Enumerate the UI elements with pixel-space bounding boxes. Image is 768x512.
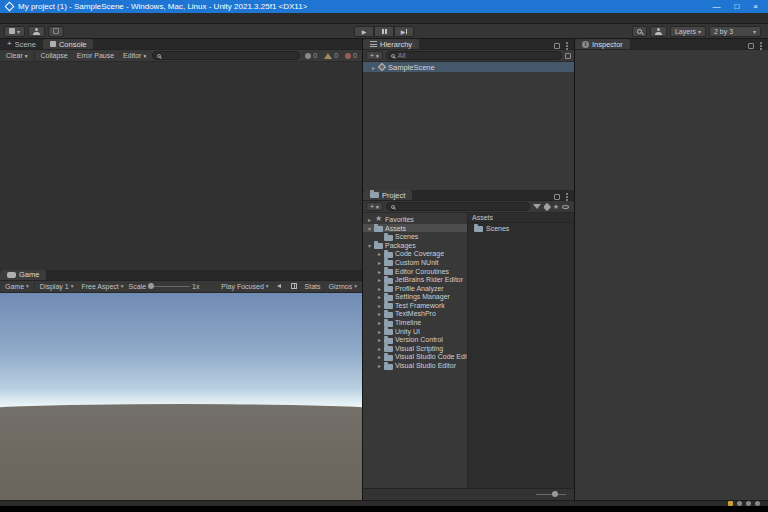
- game-ground-plane: [0, 404, 362, 501]
- hidden-packages-icon[interactable]: [562, 205, 569, 209]
- project-tree-row[interactable]: Scenes: [363, 232, 467, 241]
- project-tree-row[interactable]: ▸ Editor Coroutines: [363, 267, 467, 276]
- title-bar: My project (1) - SampleScene - Windows, …: [0, 0, 768, 13]
- panel-options-icon[interactable]: [554, 43, 560, 49]
- folder-icon: [384, 338, 393, 344]
- panel-options-icon[interactable]: [748, 43, 754, 49]
- scale-slider[interactable]: [148, 286, 190, 287]
- project-tree-row[interactable]: ▸ Profile Analyzer: [363, 284, 467, 293]
- project-tree-row[interactable]: ▸ TextMeshPro: [363, 310, 467, 319]
- aspect-dropdown[interactable]: Free Aspect ▾: [78, 281, 126, 291]
- play-focused-dropdown[interactable]: Play Focused ▾: [218, 281, 271, 291]
- console-warning-toggle[interactable]: 0: [322, 52, 340, 59]
- tab-scene[interactable]: + Scene: [0, 39, 43, 49]
- tab-game[interactable]: Game: [0, 270, 46, 280]
- hierarchy-row-samplescene[interactable]: ▸ SampleScene: [363, 62, 574, 72]
- account-button[interactable]: [650, 26, 667, 37]
- hierarchy-create-button[interactable]: + ▾: [366, 51, 383, 60]
- panel-options-icon[interactable]: [554, 194, 560, 200]
- project-tree-row[interactable]: ▾ Packages: [363, 241, 467, 250]
- play-button[interactable]: ▶: [354, 26, 374, 37]
- star-icon: ★: [374, 215, 383, 223]
- project-tree-row[interactable]: ▸ Test Framework: [363, 301, 467, 310]
- project-tree-row[interactable]: ▸ Version Control: [363, 335, 467, 344]
- step-button[interactable]: ▶: [394, 26, 414, 37]
- console-log-area[interactable]: [0, 62, 362, 270]
- filter-by-type-icon[interactable]: [533, 204, 541, 209]
- project-tree-row[interactable]: ▸ Timeline: [363, 318, 467, 327]
- project-assets-pane: Assets Scenes: [468, 213, 574, 488]
- console-info-toggle[interactable]: 0: [303, 52, 319, 59]
- console-editor-dropdown[interactable]: Editor ▾: [120, 51, 149, 60]
- main-area: + Scene Console Clear ▾ Collapse Error P…: [0, 39, 768, 500]
- main-toolbar: ▾ ▶ ▶ Layers ▾ 2 by 3 ▾: [0, 24, 768, 39]
- console-toolbar: Clear ▾ Collapse Error Pause Editor ▾ 0: [0, 50, 362, 62]
- console-search-input[interactable]: [152, 51, 300, 60]
- project-tree-row[interactable]: ▸ Visual Studio Code Editor: [363, 353, 467, 362]
- tab-hierarchy[interactable]: Hierarchy: [363, 39, 419, 49]
- project-tree-row[interactable]: ▾ Assets: [363, 224, 467, 233]
- filter-by-label-icon[interactable]: [542, 202, 550, 210]
- display-dropdown[interactable]: Display 1 ▾: [37, 281, 77, 291]
- folder-icon: [384, 312, 393, 318]
- vsync-button[interactable]: [288, 281, 300, 291]
- minimize-button[interactable]: —: [712, 2, 720, 11]
- panel-menu-icon[interactable]: [760, 45, 762, 47]
- project-create-button[interactable]: + ▾: [366, 202, 383, 211]
- stats-button[interactable]: Stats: [302, 281, 324, 291]
- project-search-input[interactable]: [386, 202, 530, 211]
- project-tree-row[interactable]: ▸ Visual Scripting: [363, 344, 467, 353]
- console-error-toggle[interactable]: 0: [343, 52, 359, 59]
- tab-inspector[interactable]: i Inspector: [575, 39, 630, 49]
- panel-menu-icon[interactable]: [566, 45, 568, 47]
- search-button[interactable]: [632, 26, 647, 37]
- folder-icon: [384, 260, 393, 266]
- tab-project[interactable]: Project: [363, 190, 412, 200]
- hierarchy-toolbar: + ▾ All: [363, 50, 574, 62]
- console-error-pause-button[interactable]: Error Pause: [74, 51, 117, 60]
- save-search-icon[interactable]: ★: [553, 204, 559, 210]
- layers-dropdown[interactable]: Layers ▾: [670, 26, 706, 37]
- layout-dropdown[interactable]: 2 by 3 ▾: [709, 26, 761, 37]
- console-collapse-button[interactable]: Collapse: [38, 51, 71, 60]
- pause-button[interactable]: [374, 26, 394, 37]
- close-button[interactable]: ×: [753, 2, 758, 11]
- cloud-button[interactable]: [28, 26, 45, 37]
- mute-audio-button[interactable]: [274, 281, 286, 291]
- asset-zoom-slider[interactable]: [536, 494, 566, 495]
- vsync-icon: [291, 283, 297, 289]
- scene-tab-icon: +: [7, 41, 12, 47]
- scale-slider-knob[interactable]: [148, 283, 154, 289]
- hierarchy-tabstrip: Hierarchy: [363, 39, 574, 50]
- project-tree-row[interactable]: ▸ Unity UI: [363, 327, 467, 336]
- tab-console[interactable]: Console: [43, 39, 94, 49]
- project-tree-row[interactable]: ▸ Code Coverage: [363, 250, 467, 259]
- folder-icon: [384, 286, 393, 292]
- hierarchy-search-input[interactable]: All: [386, 51, 562, 60]
- asset-item[interactable]: Scenes: [468, 223, 574, 233]
- gizmos-dropdown[interactable]: Gizmos ▾: [326, 281, 361, 291]
- maximize-button[interactable]: □: [734, 2, 739, 11]
- hierarchy-tab-icon: [370, 41, 377, 47]
- project-browser: ▸ ★ Favorites ▾ Assets Scenes ▾: [363, 213, 574, 488]
- project-tree-row[interactable]: ▸ Visual Studio Editor: [363, 361, 467, 370]
- console-clear-button[interactable]: Clear ▾: [3, 51, 31, 60]
- project-tree-row[interactable]: ▸ JetBrains Rider Editor: [363, 275, 467, 284]
- version-control-button[interactable]: ▾: [4, 26, 25, 37]
- project-bottom-bar: [363, 488, 574, 500]
- mute-audio-icon: [277, 283, 283, 289]
- project-tab-icon: [370, 192, 379, 198]
- project-tree-row[interactable]: ▸ Custom NUnit: [363, 258, 467, 267]
- folder-icon: [384, 235, 393, 241]
- services-button[interactable]: [48, 26, 64, 37]
- game-mode-dropdown[interactable]: Game ▾: [2, 281, 32, 291]
- game-viewport[interactable]: [0, 293, 362, 501]
- hierarchy-picker-icon[interactable]: [565, 53, 571, 59]
- project-tree-row[interactable]: ▸ ★ Favorites: [363, 215, 467, 224]
- folder-icon: [384, 295, 393, 301]
- hierarchy-tree: ▸ SampleScene: [363, 62, 574, 190]
- folder-icon: [384, 355, 393, 361]
- asset-zoom-knob[interactable]: [552, 491, 558, 497]
- panel-menu-icon[interactable]: [566, 196, 568, 198]
- project-tree-row[interactable]: ▸ Settings Manager: [363, 293, 467, 302]
